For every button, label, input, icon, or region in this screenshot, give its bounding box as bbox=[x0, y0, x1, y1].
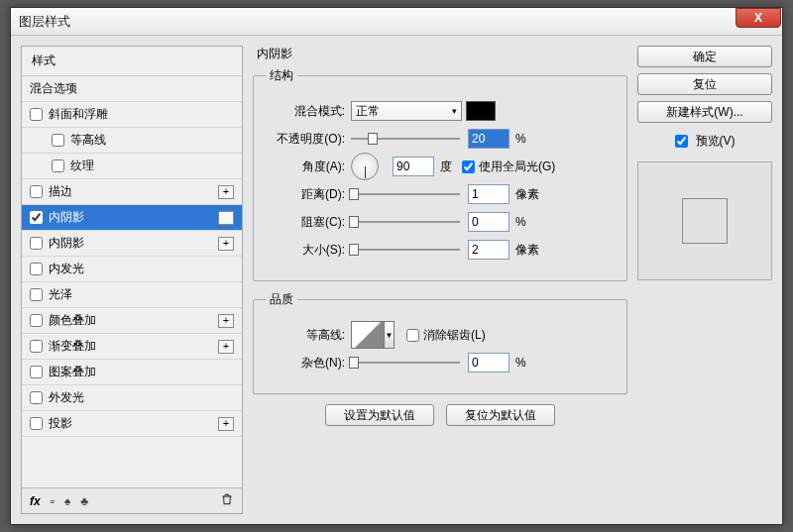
blending-options-label: 混合选项 bbox=[30, 80, 234, 97]
preview-box bbox=[637, 161, 772, 280]
antialias-checkbox[interactable] bbox=[406, 329, 419, 342]
blending-options-row[interactable]: 混合选项 bbox=[22, 76, 242, 102]
style-checkbox[interactable] bbox=[30, 263, 43, 275]
chevron-down-icon: ▾ bbox=[452, 106, 457, 116]
contour-label: 等高线: bbox=[266, 327, 351, 344]
right-button-column: 确定 复位 新建样式(W)... 预览(V) bbox=[637, 46, 772, 514]
style-checkbox[interactable] bbox=[52, 134, 64, 147]
style-row-12[interactable]: 投影+ bbox=[22, 411, 242, 437]
preview-label: 预览(V) bbox=[696, 133, 736, 150]
choke-unit: % bbox=[515, 215, 526, 229]
style-row-1[interactable]: 等高线 bbox=[22, 128, 242, 154]
fx-dot-icon: ▫ bbox=[51, 494, 55, 508]
opacity-label: 不透明度(O): bbox=[266, 131, 351, 148]
noise-input[interactable]: 0 bbox=[468, 353, 510, 372]
noise-slider[interactable] bbox=[351, 356, 460, 370]
add-effect-icon[interactable]: + bbox=[218, 417, 234, 431]
new-style-button[interactable]: 新建样式(W)... bbox=[637, 101, 772, 123]
blend-mode-select[interactable]: 正常 ▾ bbox=[351, 101, 462, 121]
add-effect-icon[interactable]: + bbox=[218, 211, 234, 225]
move-up-icon[interactable]: ♠ bbox=[64, 494, 70, 508]
style-label: 渐变叠加 bbox=[49, 338, 218, 355]
layer-style-dialog: 图层样式 X 样式 混合选项 斜面和浮雕等高线纹理描边+内阴影+内阴影+内发光光… bbox=[10, 7, 783, 525]
style-row-7[interactable]: 光泽 bbox=[22, 282, 242, 308]
style-checkbox[interactable] bbox=[30, 340, 43, 353]
trash-icon[interactable] bbox=[220, 492, 234, 509]
contour-picker[interactable]: ▼ bbox=[351, 321, 395, 349]
close-icon: X bbox=[754, 11, 762, 25]
opacity-slider[interactable] bbox=[351, 132, 460, 146]
size-input[interactable]: 2 bbox=[468, 240, 510, 260]
angle-input[interactable]: 90 bbox=[393, 157, 434, 176]
style-checkbox[interactable] bbox=[30, 211, 43, 224]
add-effect-icon[interactable]: + bbox=[218, 314, 234, 328]
ok-button[interactable]: 确定 bbox=[637, 46, 772, 67]
distance-slider[interactable] bbox=[351, 187, 460, 201]
style-row-2[interactable]: 纹理 bbox=[22, 154, 242, 179]
style-row-5[interactable]: 内阴影+ bbox=[22, 231, 242, 257]
preview-checkbox[interactable] bbox=[675, 135, 688, 148]
style-checkbox[interactable] bbox=[30, 417, 43, 430]
styles-sidebar: 样式 混合选项 斜面和浮雕等高线纹理描边+内阴影+内阴影+内发光光泽颜色叠加+渐… bbox=[21, 46, 243, 514]
style-label: 等高线 bbox=[70, 132, 234, 149]
size-unit: 像素 bbox=[515, 242, 539, 259]
angle-label: 角度(A): bbox=[266, 159, 351, 175]
style-label: 颜色叠加 bbox=[49, 312, 218, 329]
contour-icon bbox=[351, 321, 385, 349]
style-row-0[interactable]: 斜面和浮雕 bbox=[22, 102, 242, 128]
move-down-icon[interactable]: ♣ bbox=[80, 494, 88, 508]
global-light-checkbox[interactable] bbox=[462, 160, 475, 173]
style-label: 光泽 bbox=[49, 286, 234, 303]
opacity-unit: % bbox=[515, 132, 526, 146]
add-effect-icon[interactable]: + bbox=[218, 340, 234, 354]
dialog-content: 样式 混合选项 斜面和浮雕等高线纹理描边+内阴影+内阴影+内发光光泽颜色叠加+渐… bbox=[11, 36, 782, 524]
style-label: 投影 bbox=[49, 415, 218, 432]
opacity-input[interactable]: 20 bbox=[468, 129, 510, 149]
fx-icon[interactable]: fx bbox=[30, 494, 41, 508]
antialias-label: 消除锯齿(L) bbox=[423, 327, 486, 344]
reset-default-button[interactable]: 复位为默认值 bbox=[446, 404, 555, 426]
style-row-9[interactable]: 渐变叠加+ bbox=[22, 334, 242, 360]
blend-mode-value: 正常 bbox=[356, 103, 380, 120]
style-label: 外发光 bbox=[49, 389, 234, 406]
distance-input[interactable]: 1 bbox=[468, 184, 510, 204]
quality-legend: 品质 bbox=[266, 291, 297, 308]
style-checkbox[interactable] bbox=[30, 185, 43, 198]
titlebar[interactable]: 图层样式 X bbox=[11, 8, 782, 36]
style-checkbox[interactable] bbox=[30, 237, 43, 250]
preview-swatch bbox=[682, 198, 728, 244]
style-row-6[interactable]: 内发光 bbox=[22, 257, 242, 282]
choke-slider[interactable] bbox=[351, 215, 460, 229]
style-checkbox[interactable] bbox=[30, 366, 43, 378]
style-checkbox[interactable] bbox=[30, 288, 43, 301]
style-row-11[interactable]: 外发光 bbox=[22, 385, 242, 411]
make-default-button[interactable]: 设置为默认值 bbox=[325, 404, 434, 426]
angle-dial[interactable] bbox=[351, 153, 379, 180]
noise-unit: % bbox=[515, 356, 526, 370]
style-row-4[interactable]: 内阴影+ bbox=[22, 205, 242, 231]
style-row-8[interactable]: 颜色叠加+ bbox=[22, 308, 242, 334]
style-checkbox[interactable] bbox=[30, 391, 43, 404]
choke-input[interactable]: 0 bbox=[468, 212, 510, 232]
add-effect-icon[interactable]: + bbox=[218, 185, 234, 199]
style-label: 内阴影 bbox=[49, 209, 218, 226]
add-effect-icon[interactable]: + bbox=[218, 237, 234, 251]
style-row-10[interactable]: 图案叠加 bbox=[22, 360, 242, 385]
quality-group: 品质 等高线: ▼ 消除锯齿(L) 杂色(N): 0 % bbox=[253, 291, 627, 394]
close-button[interactable]: X bbox=[736, 8, 781, 28]
styles-footer: fx ▫ ♠ ♣ bbox=[22, 487, 242, 513]
reset-button[interactable]: 复位 bbox=[637, 73, 772, 95]
distance-label: 距离(D): bbox=[266, 186, 351, 203]
panel-title: 内阴影 bbox=[257, 46, 292, 62]
style-label: 纹理 bbox=[70, 158, 234, 174]
color-swatch[interactable] bbox=[466, 101, 496, 121]
style-row-3[interactable]: 描边+ bbox=[22, 179, 242, 205]
style-checkbox[interactable] bbox=[30, 314, 43, 327]
size-slider[interactable] bbox=[351, 243, 460, 257]
angle-unit: 度 bbox=[440, 159, 452, 175]
style-checkbox[interactable] bbox=[52, 160, 64, 172]
chevron-down-icon: ▼ bbox=[385, 321, 395, 349]
style-checkbox[interactable] bbox=[30, 108, 43, 121]
styles-header: 样式 bbox=[22, 47, 242, 76]
structure-group: 结构 混合模式: 正常 ▾ 不透明度(O): 20 % 角度(A): bbox=[253, 67, 627, 281]
